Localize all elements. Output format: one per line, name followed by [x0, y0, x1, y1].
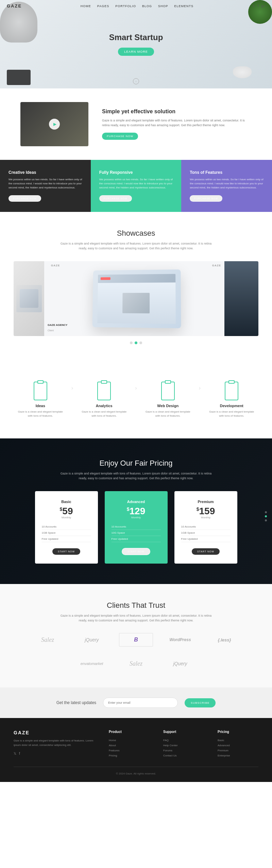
feature-btn-3[interactable]: PURCHASE NOW	[190, 195, 222, 202]
mouse-decoration	[233, 66, 252, 78]
play-button[interactable]	[49, 119, 60, 130]
plan-period-advanced: Monthly	[112, 516, 161, 519]
footer-link-contact[interactable]: Contact Us	[163, 753, 204, 758]
pricing-subtitle: Gaze is a simple and elegant template wi…	[58, 471, 214, 481]
side-dot-2[interactable]	[265, 515, 267, 517]
footer-link-faq[interactable]: FAQ	[163, 738, 204, 743]
clients-section: Clients That Trust Gaze is a simple and …	[0, 584, 272, 688]
navigation: GAZE HOME PAGES PORTFOLIO BLOG SHOP ELEM…	[0, 0, 272, 12]
client-logo-salez2: Salez	[119, 657, 153, 670]
side-dot-1[interactable]	[265, 511, 267, 513]
feature-updates-adv: Free Updated	[112, 536, 161, 542]
footer-about-text: Gize is a simple and elegant template wi…	[14, 739, 95, 748]
footer-link-basic[interactable]: Basic	[218, 738, 258, 743]
nav-shop[interactable]: SHOP	[158, 4, 168, 8]
nav-elements[interactable]: ELEMENTS	[174, 4, 194, 8]
footer-link-features[interactable]: Features	[109, 748, 150, 753]
client-logo-salez: Salez	[31, 633, 65, 647]
plan-price-basic: $59	[42, 506, 91, 516]
plan-features-premium: 10 Accounts 1GB Space Free Updated	[181, 524, 231, 542]
footer-support-links: FAQ Help Center Forums Contact Us	[163, 738, 204, 758]
feature-btn-2[interactable]: PURCHASE NOW	[99, 195, 132, 202]
footer-link-premium[interactable]: Premium	[218, 748, 258, 753]
process-items: Ideas Gaze is a clean and elegant templa…	[14, 378, 258, 421]
feature-body-1: We possess within us two minds. So far I…	[8, 178, 82, 190]
about-video-thumbnail[interactable]	[20, 102, 88, 146]
about-purchase-button[interactable]: PURCHASE NOW	[102, 133, 138, 140]
feature-tons-of-features: Tons of Features We possess within us tw…	[181, 160, 272, 212]
plan-features-advanced: 10 Accounts 10G Space Free Updated	[112, 524, 161, 542]
arrow-2: ›	[131, 378, 141, 391]
web-design-icon	[161, 382, 175, 400]
footer-link-advanced[interactable]: Advanced	[218, 743, 258, 748]
footer-col-pricing-title: Pricing	[218, 730, 258, 734]
feature-fully-responsive: Fully Responsive We possess within us tw…	[91, 160, 182, 212]
footer-facebook-icon[interactable]: f	[19, 752, 20, 755]
facebook-icon[interactable]: f	[258, 4, 259, 8]
footer: GAZE Gize is a simple and elegant templa…	[0, 718, 272, 782]
slider-dots	[14, 341, 258, 344]
hero-section: Smart Startup LEARN MORE	[0, 0, 272, 88]
scroll-indicator[interactable]	[133, 78, 139, 84]
dot-1[interactable]	[130, 341, 133, 344]
plan-btn-basic[interactable]: START NOW	[52, 548, 80, 555]
client-logo-wordpress: WordPress	[163, 633, 197, 647]
footer-link-about[interactable]: About	[109, 743, 150, 748]
footer-link-home[interactable]: Home	[109, 738, 150, 743]
feature-title-1: Creative Ideas	[8, 170, 82, 175]
learn-more-button[interactable]: LEARN MORE	[118, 48, 154, 56]
nav-home[interactable]: HOME	[81, 4, 91, 8]
google-plus-icon[interactable]: g+	[261, 4, 265, 8]
showcase-label: GAZE AGENCY Client	[48, 323, 67, 333]
hero-title: Smart Startup	[109, 33, 163, 42]
twitter-icon[interactable]: 𝕏	[252, 4, 255, 8]
process-item-web-design: Web Design Gaze is a clean and elegant t…	[141, 378, 195, 421]
about-title: Simple yet effective solution	[102, 108, 252, 115]
newsletter-email-input[interactable]	[103, 698, 178, 708]
client-logo-jquery2: jQuery	[163, 657, 197, 670]
footer-link-enterprise[interactable]: Enterprise	[218, 753, 258, 758]
plan-period-premium: Monthly	[181, 516, 231, 519]
nav-pages[interactable]: PAGES	[97, 4, 109, 8]
feature-updates: Free Updated	[42, 536, 91, 542]
footer-link-help[interactable]: Help Center	[163, 743, 204, 748]
showcase-left-thumbnail[interactable]	[14, 261, 44, 336]
feature-updates-prem: Free Updated	[181, 536, 231, 542]
footer-social: 𝕏 f	[14, 752, 95, 755]
footer-col-support: Support FAQ Help Center Forums Contact U…	[163, 730, 204, 758]
footer-twitter-icon[interactable]: 𝕏	[14, 752, 16, 755]
pricing-title: Enjoy Our Fair Pricing	[14, 459, 258, 468]
plan-name-premium: Premium	[181, 500, 231, 504]
newsletter-section: Get the latest updates SUBSCRIBE	[0, 687, 272, 718]
feature-title-2: Fully Responsive	[99, 170, 173, 175]
dot-3[interactable]	[139, 341, 142, 344]
pricing-card-basic: Basic $59 Monthly 10 Accounts 1GB Space …	[35, 491, 98, 564]
nav-blog[interactable]: BLOG	[142, 4, 152, 8]
dot-2[interactable]	[135, 341, 137, 344]
footer-col-product: Product Home About Features Pricing	[109, 730, 150, 758]
nav-logo[interactable]: GAZE	[7, 3, 22, 9]
arrow-1: ›	[67, 378, 78, 391]
footer-link-pricing[interactable]: Pricing	[109, 753, 150, 758]
client-logo-envato: envatomarket	[75, 657, 109, 670]
newsletter-subscribe-button[interactable]: SUBSCRIBE	[185, 698, 216, 707]
plan-period-basic: Monthly	[42, 516, 91, 519]
feature-accounts: 10 Accounts	[42, 524, 91, 530]
footer-col-support-title: Support	[163, 730, 204, 734]
pricing-card-premium: Premium $159 Monthly 10 Accounts 1GB Spa…	[174, 491, 237, 564]
process-body-development: Gaze is a clean and elegant template wit…	[208, 410, 255, 418]
clients-logos-grid: Salez jQuery B WordPress {.less} envatom…	[14, 633, 258, 670]
arrow-3: ›	[195, 378, 205, 391]
plan-btn-advanced[interactable]: START NOW	[122, 548, 150, 555]
footer-col-product-title: Product	[109, 730, 150, 734]
client-logo-jquery: jQuery	[75, 633, 109, 647]
footer-link-forums[interactable]: Forums	[163, 748, 204, 753]
nav-portfolio[interactable]: PORTFOLIO	[115, 4, 136, 8]
about-text-block: Simple yet effective solution Gaze is a …	[102, 108, 252, 140]
plan-btn-premium[interactable]: START NOW	[192, 548, 220, 555]
analytics-icon	[97, 382, 111, 400]
feature-accounts-adv: 10 Accounts	[112, 524, 161, 530]
side-dot-3[interactable]	[265, 519, 267, 521]
feature-btn-1[interactable]: PURCHASE NOW	[8, 195, 41, 202]
showcase-right-image	[224, 261, 258, 336]
